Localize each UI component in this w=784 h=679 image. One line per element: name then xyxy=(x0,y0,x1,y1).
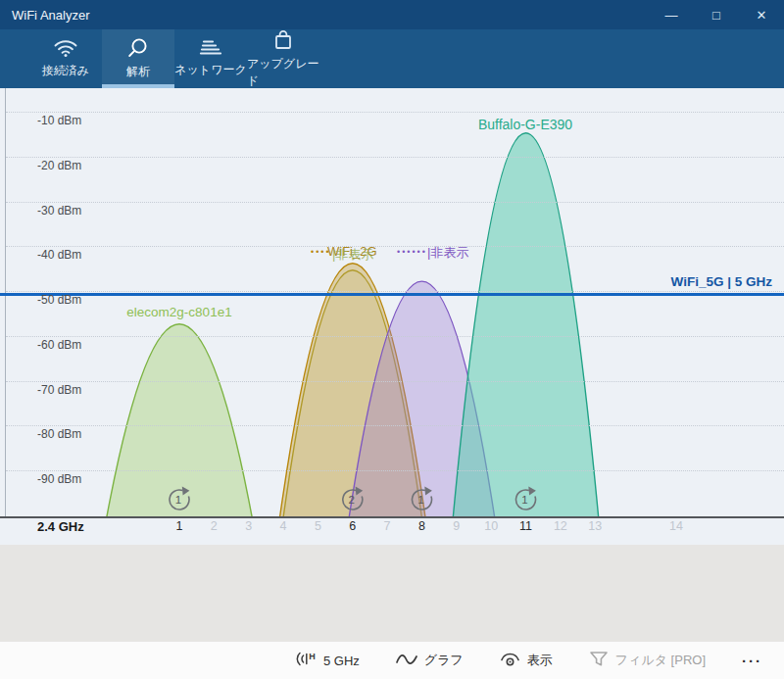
view-label: 表示 xyxy=(527,652,553,669)
minimize-button[interactable]: — xyxy=(649,0,694,29)
gridline xyxy=(6,246,784,247)
channel-label: 11 xyxy=(512,519,541,533)
app-title: WiFi Analyzer xyxy=(12,8,89,23)
channel-label: 12 xyxy=(546,519,575,533)
tab-label: 解析 xyxy=(126,64,150,80)
band-label: 2.4 GHz xyxy=(37,519,84,534)
gridline xyxy=(6,202,784,203)
channel-label: 2 xyxy=(199,519,228,533)
wifi-icon xyxy=(53,38,78,58)
channel-label: 4 xyxy=(269,519,298,533)
funnel-icon xyxy=(589,651,609,670)
svg-text:H: H xyxy=(309,652,316,661)
svg-text:1: 1 xyxy=(417,494,423,506)
close-button[interactable]: ✕ xyxy=(739,0,784,29)
view-button[interactable]: 表示 xyxy=(494,651,559,671)
y-axis-label: -80 dBm xyxy=(37,427,81,441)
suggestion-panel: 隠す レーティングは存在しません このバンドの Wi-Fi ネットワークに接続す… xyxy=(0,545,784,642)
spectrum-chart: 1211 WiFi_5G | 5 GHz elecom2g-c801e1 •••… xyxy=(0,88,784,545)
network-curve xyxy=(453,133,598,517)
y-axis-label: -90 dBm xyxy=(37,472,81,486)
tab-networks[interactable]: ネットワーク xyxy=(174,29,247,88)
tab-label: アップグレード xyxy=(247,56,319,89)
channel-label: 3 xyxy=(234,519,264,533)
y-axis-label: -50 dBm xyxy=(37,293,81,307)
more-button[interactable]: ··· xyxy=(736,652,768,670)
channel-label: 13 xyxy=(580,519,610,533)
y-axis-label: -20 dBm xyxy=(37,159,81,172)
x-axis-line xyxy=(0,516,784,518)
y-axis-label: -70 dBm xyxy=(37,383,81,397)
antenna-icon: H xyxy=(295,651,317,670)
channel-label: 9 xyxy=(442,519,471,533)
network-list-icon xyxy=(199,39,222,57)
gridline xyxy=(6,291,784,292)
gridline xyxy=(6,470,784,471)
filter-label: フィルタ [PRO] xyxy=(615,652,706,669)
network-label-elecom: elecom2g-c801e1 xyxy=(101,305,258,319)
channel-label: 10 xyxy=(476,519,506,533)
tab-bar: 接続済み 解析 ネットワーク アップグレード xyxy=(0,29,784,88)
gridline xyxy=(6,157,784,158)
network-label-buffalo: Buffalo-G-E390 xyxy=(447,117,604,132)
graph-button[interactable]: グラフ xyxy=(390,651,469,671)
tab-label: ネットワーク xyxy=(174,62,246,78)
gridline xyxy=(6,381,784,382)
tab-analyze[interactable]: 解析 xyxy=(102,29,174,88)
svg-text:2: 2 xyxy=(349,494,355,506)
search-icon xyxy=(127,37,149,59)
y-axis-label: -10 dBm xyxy=(37,114,81,127)
y-axis-label: -30 dBm xyxy=(37,204,81,218)
tab-connected[interactable]: 接続済み xyxy=(29,29,102,88)
leader-dots-hidden-purple: •••••• xyxy=(397,247,427,257)
eye-icon xyxy=(500,652,520,670)
bottom-toolbar: H 5 GHz グラフ 表示 フィルタ [PRO] ··· xyxy=(0,642,784,679)
network-label-hidden-green: |非表示 xyxy=(332,246,373,264)
svg-text:1: 1 xyxy=(521,494,527,506)
gridline xyxy=(6,425,784,426)
tab-upgrade[interactable]: アップグレード xyxy=(247,29,319,88)
title-bar: WiFi Analyzer — □ ✕ xyxy=(0,0,784,29)
tab-label: 接続済み xyxy=(42,63,89,79)
gridline xyxy=(6,112,784,113)
window-controls: — □ ✕ xyxy=(649,0,784,29)
wave-icon xyxy=(396,652,417,670)
maximize-button[interactable]: □ xyxy=(694,0,739,29)
y-axis-label: -40 dBm xyxy=(37,248,81,262)
channel-label: 14 xyxy=(662,519,691,533)
gridline xyxy=(6,336,784,337)
graph-label: グラフ xyxy=(424,652,464,669)
y-axis-label: -60 dBm xyxy=(37,338,81,352)
channel-label: 6 xyxy=(338,519,368,533)
threshold-label: WiFi_5G | 5 GHz xyxy=(671,274,772,289)
channel-label: 1 xyxy=(165,519,194,533)
channel-label: 5 xyxy=(303,519,332,533)
shopping-bag-icon xyxy=(272,29,294,51)
frequency-button[interactable]: H 5 GHz xyxy=(289,650,366,671)
frequency-label: 5 GHz xyxy=(323,654,360,668)
network-curve xyxy=(107,324,252,517)
channel-label: 8 xyxy=(407,519,436,533)
filter-button[interactable]: フィルタ [PRO] xyxy=(583,650,711,671)
svg-text:1: 1 xyxy=(175,494,181,506)
channel-label: 7 xyxy=(372,519,402,533)
threshold-line xyxy=(0,293,784,296)
